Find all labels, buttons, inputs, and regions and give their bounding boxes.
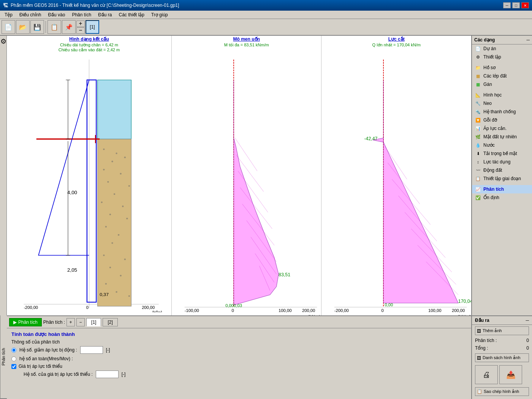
sidebar-item-thiet-lap[interactable]: ⚙ Thiết lập bbox=[472, 53, 532, 61]
print-button[interactable]: 🖨 bbox=[475, 365, 498, 384]
maximize-button[interactable]: □ bbox=[512, 2, 520, 8]
he-thanh-chong-icon: 🔩 bbox=[475, 109, 481, 115]
svg-point-4 bbox=[103, 149, 104, 150]
svg-text:100,00: 100,00 bbox=[429, 308, 442, 313]
sidebar-item-ho-so[interactable]: 📁 Hồ sơ bbox=[472, 63, 532, 72]
analyze-button[interactable]: ▶ Phân tích bbox=[9, 318, 42, 326]
menu-tro-giup[interactable]: Trợ giúp bbox=[148, 11, 171, 18]
menu-dieu-chinh[interactable]: Điều chỉnh bbox=[16, 11, 44, 18]
panel1-title: Hình dạng kết cấu bbox=[7, 36, 171, 43]
svg-text:83,51: 83,51 bbox=[279, 272, 290, 277]
gia-tri-checkbox[interactable] bbox=[11, 364, 16, 369]
svg-point-5 bbox=[116, 152, 117, 154]
sidebar-item-ap-luc-can[interactable]: 📊 Áp lực cản. bbox=[472, 124, 532, 133]
radio2-label: hệ số an toàn(Mres/Mov) : bbox=[19, 356, 73, 361]
export-icon: 📤 bbox=[506, 370, 516, 379]
sidebar-item-luc-tac-dung[interactable]: ↕ Lực tác dụng bbox=[472, 158, 532, 166]
svg-rect-27 bbox=[87, 80, 96, 302]
menu-dau-vao[interactable]: Đầu vào bbox=[45, 11, 68, 18]
neo-icon: 🔧 bbox=[475, 100, 481, 106]
left-toggle-icon[interactable]: ⚙ bbox=[0, 37, 6, 46]
save-button[interactable]: 💾 bbox=[30, 20, 44, 34]
sidebar-item-hinh-hoc[interactable]: 📐 Hình học bbox=[472, 91, 532, 99]
svg-text:-200,00: -200,00 bbox=[24, 306, 38, 310]
panel-luc-cat: Lực cắt Q lớn nhất = 170,04 kN/m bbox=[321, 36, 471, 315]
svg-point-26 bbox=[128, 295, 130, 297]
panel3-sub1: Q lớn nhất = 170,04 kN/m bbox=[321, 43, 471, 48]
remove-analysis-button[interactable]: − bbox=[76, 318, 85, 326]
svg-point-13 bbox=[101, 201, 103, 203]
svg-point-24 bbox=[105, 283, 107, 285]
menu-tep[interactable]: Tệp bbox=[2, 11, 16, 18]
radio-he-so[interactable] bbox=[11, 348, 16, 353]
menu-cac-thiet-lap[interactable]: Các thiết lập bbox=[116, 11, 147, 18]
close-button[interactable]: ✕ bbox=[521, 2, 529, 8]
bottom-left-toggle[interactable]: Phân tích bbox=[0, 315, 7, 399]
dong-dat-icon: 〰 bbox=[475, 167, 481, 173]
bottom-panel: ▶ Phân tích Phân tích : + − [1] [2] Tính… bbox=[7, 315, 471, 399]
svg-text:0,000,03: 0,000,03 bbox=[225, 303, 242, 308]
sidebar-header: Các dạng ─ bbox=[472, 36, 532, 44]
minimize-button[interactable]: ─ bbox=[503, 2, 511, 8]
copy-image-icon: 📋 bbox=[477, 389, 482, 394]
svg-text:-42,47: -42,47 bbox=[364, 136, 378, 141]
add-image-button[interactable]: 🖼 Thêm ảnh bbox=[475, 326, 529, 335]
svg-text:200,00: 200,00 bbox=[302, 308, 315, 313]
copy-image-button[interactable]: 📋 Sao chép hình ảnh bbox=[475, 387, 529, 396]
sidebar-item-he-thanh-chong[interactable]: 🔩 Hệ thanh chống bbox=[472, 108, 532, 116]
open-button[interactable]: 📂 bbox=[16, 20, 30, 34]
export-button[interactable]: 📤 bbox=[499, 365, 522, 384]
menu-phan-tich[interactable]: Phân tích bbox=[69, 11, 94, 18]
copy-button[interactable]: 📋 bbox=[48, 20, 61, 34]
svg-point-9 bbox=[120, 173, 121, 174]
giai-doan-icon: 📋 bbox=[475, 176, 481, 182]
add-analysis-button[interactable]: + bbox=[66, 318, 75, 326]
phan-tich-label: Phân tích : bbox=[43, 320, 65, 325]
sidebar-item-neo[interactable]: 🔧 Neo bbox=[472, 99, 532, 108]
zoom-out-button[interactable]: − bbox=[76, 27, 85, 34]
svg-marker-44 bbox=[234, 80, 279, 305]
new-button[interactable]: 📄 bbox=[2, 20, 15, 34]
sidebar-collapse-btn[interactable]: ─ bbox=[526, 37, 530, 43]
image-list-icon: 🖼 bbox=[477, 356, 481, 360]
sidebar-item-phan-tich[interactable]: 📈 Phân tích bbox=[472, 185, 532, 193]
svg-text:200,00: 200,00 bbox=[452, 308, 465, 313]
svg-text:0,00: 0,00 bbox=[385, 302, 393, 307]
output-title: Đầu ra bbox=[475, 318, 489, 323]
status-title: Tính toán được hoàn thành bbox=[11, 331, 467, 337]
tab-2-button[interactable]: [2] bbox=[103, 318, 117, 326]
menu-bar: Tệp Điều chỉnh Đầu vào Phân tích Đầu ra … bbox=[0, 11, 532, 19]
tab-1-button[interactable]: [1] bbox=[86, 318, 101, 326]
output-icons-row: 🖨 📤 bbox=[472, 364, 532, 386]
svg-point-21 bbox=[124, 258, 126, 260]
sidebar-item-nuoc[interactable]: 💧 Nước bbox=[472, 141, 532, 149]
ho-so-icon: 📁 bbox=[475, 65, 481, 71]
sidebar-item-du-an[interactable]: 📄 Dự án bbox=[472, 44, 532, 53]
sidebar-item-dong-dat[interactable]: 〰 Động đất bbox=[472, 166, 532, 174]
svg-text:170,04: 170,04 bbox=[458, 299, 471, 304]
sidebar-item-goi-do[interactable]: 🔽 Gỗi đỡ bbox=[472, 116, 532, 124]
bottom-toolbar: ▶ Phân tích Phân tích : + − [1] [2] bbox=[7, 316, 471, 328]
image-list-button[interactable]: 🖼 Danh sách hình ảnh bbox=[475, 353, 529, 362]
paste-button[interactable]: 📌 bbox=[62, 20, 76, 34]
view-1-button[interactable]: [1] bbox=[86, 20, 99, 34]
he-so-input[interactable]: 1,00 bbox=[80, 346, 103, 354]
sidebar-item-mat-dat[interactable]: 🌿 Mặt đất tự nhiên bbox=[472, 133, 532, 141]
sidebar-item-gan[interactable]: ▦ Gán bbox=[472, 80, 532, 89]
output-collapse-btn[interactable]: ─ bbox=[526, 318, 529, 323]
svg-point-15 bbox=[109, 214, 111, 215]
sidebar-item-tai-trong[interactable]: ⬇ Tải trọng bề mặt bbox=[472, 149, 532, 158]
panel3-svg: -42,47 0,00 170,04 -200,00 0 100,00 200,… bbox=[321, 55, 471, 315]
params-title: Thông số của phân tích bbox=[11, 339, 467, 345]
svg-point-23 bbox=[120, 275, 121, 276]
sidebar-item-on-dinh[interactable]: ✅ Ổn định bbox=[472, 193, 532, 202]
coeff-input[interactable]: 0,20 bbox=[96, 370, 119, 378]
svg-point-12 bbox=[114, 193, 115, 195]
panel1-sub2: Chiều sâu cắm vào đất = 2,42 m bbox=[7, 48, 171, 52]
radio-an-toan[interactable] bbox=[11, 356, 16, 361]
checkbox-row: Giá trị áp lực tối thiểu bbox=[11, 364, 467, 369]
zoom-in-button[interactable]: + bbox=[76, 21, 85, 27]
sidebar-item-cac-lop-dat[interactable]: ▦ Các lớp đất bbox=[472, 72, 532, 80]
menu-dau-ra[interactable]: Đầu ra bbox=[95, 11, 115, 18]
sidebar-item-thiet-lap-giai-doan[interactable]: 📋 Thiết lập giai đoạn bbox=[472, 174, 532, 183]
